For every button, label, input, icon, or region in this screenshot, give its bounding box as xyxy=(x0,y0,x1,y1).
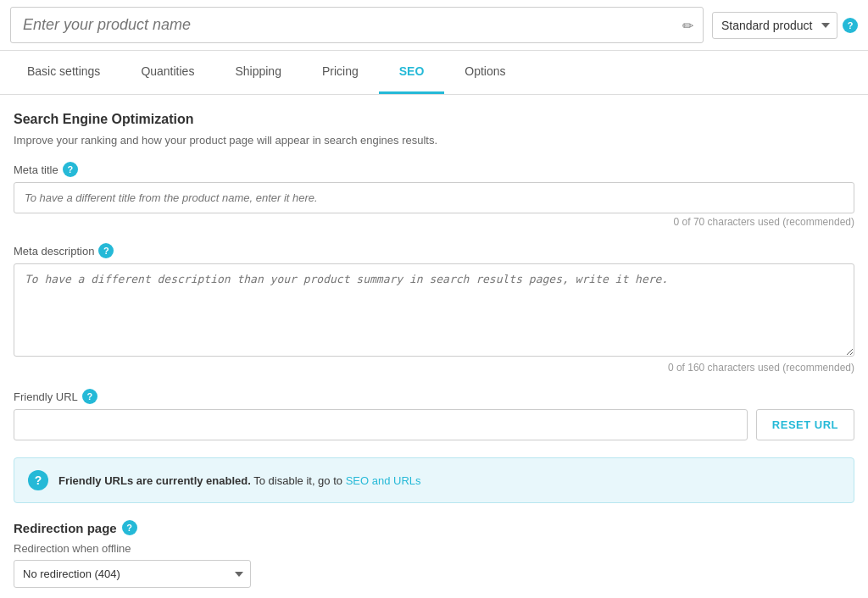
url-row: RESET URL xyxy=(14,409,854,440)
friendly-url-help-icon[interactable]: ? xyxy=(82,389,97,404)
info-box-icon: ? xyxy=(28,470,48,490)
product-type-help-icon[interactable]: ? xyxy=(843,18,858,33)
meta-title-group: Meta title ? 0 of 70 characters used (re… xyxy=(14,162,854,228)
friendly-url-group: Friendly URL ? RESET URL xyxy=(14,389,854,440)
info-box-bold-text: Friendly URLs are currently enabled. xyxy=(58,474,251,487)
redirection-group: Redirection page ? Redirection when offl… xyxy=(14,520,854,588)
meta-title-help-icon[interactable]: ? xyxy=(63,162,78,177)
meta-description-label: Meta description xyxy=(14,245,94,257)
seo-section-desc: Improve your ranking and how your produc… xyxy=(14,134,854,147)
tab-basic-settings[interactable]: Basic settings xyxy=(7,51,120,94)
meta-description-label-row: Meta description ? xyxy=(14,243,854,258)
tab-quantities[interactable]: Quantities xyxy=(120,51,214,94)
seo-section-title: Search Engine Optimization xyxy=(14,112,854,127)
redirection-title-row: Redirection page ? xyxy=(14,520,854,535)
tabs-bar: Basic settings Quantities Shipping Prici… xyxy=(0,51,868,95)
friendly-url-info-box: ? Friendly URLs are currently enabled. T… xyxy=(14,457,854,503)
top-bar: ✏ Standard product Pack of products Virt… xyxy=(0,0,868,51)
meta-title-label-row: Meta title ? xyxy=(14,162,854,177)
tab-pricing[interactable]: Pricing xyxy=(302,51,379,94)
product-type-area: Standard product Pack of products Virtua… xyxy=(712,12,858,39)
meta-description-group: Meta description ? 0 of 160 characters u… xyxy=(14,243,854,374)
tab-options[interactable]: Options xyxy=(444,51,526,94)
product-name-input[interactable] xyxy=(10,7,704,43)
redirection-select[interactable]: No redirection (404) 301 Moved Permanent… xyxy=(14,560,251,588)
friendly-url-label-row: Friendly URL ? xyxy=(14,389,854,404)
meta-title-char-count: 0 of 70 characters used (recommended) xyxy=(14,216,854,228)
meta-title-input[interactable] xyxy=(14,182,854,213)
seo-and-urls-link[interactable]: SEO and URLs xyxy=(346,474,421,487)
meta-title-label: Meta title xyxy=(14,163,58,176)
reset-url-button[interactable]: RESET URL xyxy=(756,409,854,440)
tab-shipping[interactable]: Shipping xyxy=(214,51,302,94)
tab-seo[interactable]: SEO xyxy=(379,51,445,94)
friendly-url-input[interactable] xyxy=(14,409,748,440)
redirection-sublabel: Redirection when offline xyxy=(14,542,854,555)
product-type-select[interactable]: Standard product Pack of products Virtua… xyxy=(712,12,837,39)
redirection-help-icon[interactable]: ? xyxy=(122,520,137,535)
meta-description-char-count: 0 of 160 characters used (recommended) xyxy=(14,362,854,374)
meta-description-help-icon[interactable]: ? xyxy=(98,243,114,258)
seo-content: Search Engine Optimization Improve your … xyxy=(0,95,868,598)
redirection-section-title: Redirection page xyxy=(14,521,117,535)
info-box-middle-text: To disable it, go to xyxy=(253,474,345,487)
friendly-url-label: Friendly URL xyxy=(14,390,78,403)
meta-description-input[interactable] xyxy=(14,263,854,357)
info-box-text: Friendly URLs are currently enabled. To … xyxy=(58,474,421,487)
